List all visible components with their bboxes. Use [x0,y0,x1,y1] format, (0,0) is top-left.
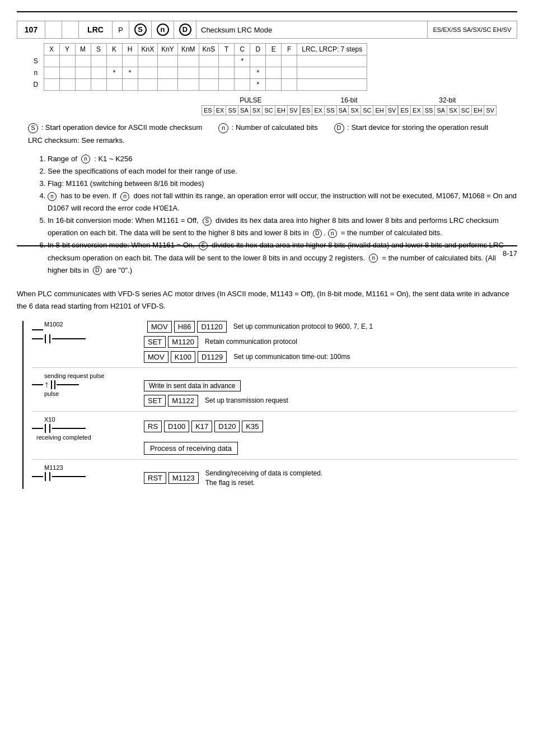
ladder-row-1: M1002 MOV H86 D1120 Set up communication… [32,321,517,363]
instr-rst-desc: Sending/receiving of data is completed.T… [205,469,322,488]
remark-6: In 8-bit conversion mode: When M1161 = O… [48,239,517,276]
instr-set-1-arg1: M1120 [168,336,198,348]
instruction-header: 107 LRC P S n D Checksum LRC Mode ES/EX/… [17,21,517,39]
instr-num: 107 [17,21,45,39]
pulse-section: PULSE 16-bit 32-bit ES EX SS SA SX SC EH… [202,95,517,115]
instr-mov-1-desc: Set up communication protocol to 9600, 7… [233,323,373,330]
ladder-row-5: M1123 RST M1123 Sending/receiving of dat… [32,463,517,488]
instr-mode: Checksum LRC Mode [196,21,428,39]
instr-type: P [113,21,129,39]
legend-s-desc: : Start operation device for ASCII mode … [41,123,203,132]
legend-section: S : Start operation device for ASCII mod… [28,121,517,147]
instr-set-2-arg1: M1122 [168,395,198,407]
instr-name: LRC [79,21,113,39]
instr-rst-arg1: M1123 [168,472,199,484]
remark-4: n has to be even. If n does not fall wit… [48,190,517,214]
instr-rs-arg2: K17 [191,421,212,432]
instr-mov-2-arg1: K100 [171,351,195,363]
legend-n-desc: : Number of calculated bits [232,123,318,132]
instr-mov-2: MOV [144,351,168,363]
instr-compat: ES/EX/SS SA/SX/SC EH/SV [428,21,517,39]
instr-rs-arg4: K35 [242,421,263,432]
remark-2: See the specifications of each model for… [48,165,517,178]
instr-mov-2-arg2: D1129 [198,351,227,363]
operand-n-circle: n [157,24,169,36]
legend-n-circle: n [218,123,228,133]
instr-rs: RS [144,421,162,432]
instr-mov-2-desc: Set up communication time-out: 100ms [233,353,350,361]
process-label: Process of receiving data [144,442,238,455]
operand-section: X Y M S K H KnX KnY KnM KnS T C D E F LR… [17,43,517,91]
instr-mov-1-arg1: H86 [174,321,195,333]
ladder-row-3: X10 receiving completed RS D100 K17 D120… [32,415,517,441]
instr-set-1-desc: Retain communication protocol [205,338,297,346]
instr-mov-1: MOV [147,321,172,333]
instr-mov-1-arg2: D1120 [197,321,226,333]
legend-s-circle: S [28,123,38,133]
write-label: Write in sent data in advance [144,380,241,391]
instr-rst: RST [144,472,166,484]
instr-set-1: SET [144,336,166,348]
vfd-description: When PLC communicates with VFD-S series … [17,288,517,312]
operand-d-circle: D [179,24,191,36]
remark-1: Range of n : K1 ~ K256 [48,153,517,165]
operand-s-circle: S [134,24,147,36]
instr-set-2-desc: Set up transmission request [205,396,288,404]
legend-lrc-note: LRC checksum: See remarks. [28,136,125,144]
ladder-row-4: Process of receiving data [144,442,517,455]
instr-rs-arg3: D120 [214,421,240,432]
ladder-row-2: sending request pulse ↑ pulse Write in s… [32,371,517,407]
instr-rs-arg1: D100 [164,421,189,432]
legend-d-desc: : Start device for storing the operation… [347,123,488,132]
legend-d-circle: D [334,123,344,133]
remark-3: Flag: M1161 (switching between 8/16 bit … [48,178,517,190]
instr-set-2: SET [144,395,166,407]
remarks-section: Range of n : K1 ~ K256 See the specifica… [17,153,517,277]
ladder-diagram: M1002 MOV H86 D1120 Set up communication… [17,321,517,489]
remark-5: In 16-bit conversion mode: When M1161 = … [48,214,517,239]
